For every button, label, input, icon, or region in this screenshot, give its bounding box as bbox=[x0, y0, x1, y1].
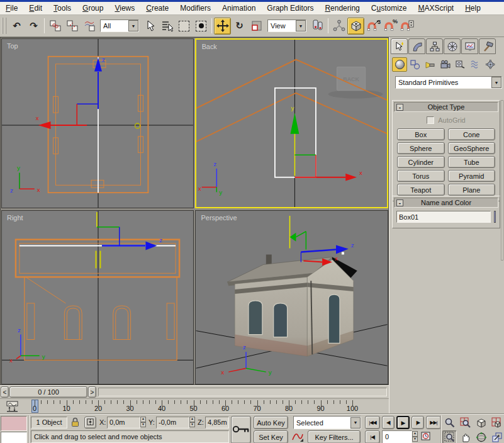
time-configuration-button[interactable] bbox=[421, 431, 432, 443]
zoom-button[interactable] bbox=[442, 416, 457, 429]
category-helpers[interactable] bbox=[452, 57, 468, 72]
viewport-perspective[interactable]: z x z x y Perspective bbox=[195, 210, 388, 384]
object-type-button[interactable]: Teapot bbox=[397, 184, 445, 196]
collapse-icon[interactable]: - bbox=[396, 104, 403, 111]
set-key-button[interactable]: Set Key bbox=[254, 430, 288, 443]
object-type-button[interactable]: Tube bbox=[448, 156, 496, 168]
unlink-selection-icon[interactable] bbox=[64, 18, 81, 35]
menu-item[interactable]: Animation bbox=[216, 3, 261, 14]
time-slider-handle[interactable]: 0 / 100 bbox=[9, 386, 87, 398]
tab-utilities[interactable] bbox=[479, 38, 496, 54]
tab-modify[interactable] bbox=[408, 38, 425, 54]
z-coordinate-field[interactable]: 4,85m bbox=[205, 417, 229, 429]
previous-frame-button[interactable]: < bbox=[1, 386, 9, 398]
keyboard-shortcut-override-toggle[interactable] bbox=[231, 416, 251, 443]
next-frame-playback-button[interactable]: |▶ bbox=[412, 416, 424, 429]
menu-item[interactable]: Views bbox=[109, 3, 140, 14]
object-color-swatch[interactable] bbox=[494, 211, 496, 223]
spinner-snap-toggle-button[interactable] bbox=[398, 18, 415, 35]
viewport-back[interactable]: BACK y x z x y Back bbox=[195, 38, 388, 208]
default-tangents-button[interactable] bbox=[291, 431, 304, 443]
undo-icon[interactable]: ↶ bbox=[8, 18, 25, 35]
maxscript-mini-listener-white[interactable] bbox=[1, 432, 27, 443]
menu-item[interactable]: Tools bbox=[48, 3, 77, 14]
time-slider-track[interactable] bbox=[98, 388, 387, 396]
menu-item[interactable]: Rendering bbox=[319, 3, 365, 14]
category-lights[interactable] bbox=[422, 57, 437, 72]
play-button[interactable]: ▶ bbox=[396, 416, 410, 429]
region-zoom-button[interactable] bbox=[442, 430, 457, 443]
category-shapes[interactable] bbox=[407, 57, 422, 72]
auto-key-button[interactable]: Auto Key bbox=[254, 416, 288, 429]
viewport-label[interactable]: Right bbox=[7, 214, 23, 222]
selection-filter-dropdown[interactable]: All ▼ bbox=[100, 20, 139, 32]
previous-frame-playback-button[interactable]: ◀| bbox=[382, 416, 395, 429]
snaps-toggle-button[interactable] bbox=[347, 18, 364, 35]
chevron-down-icon[interactable]: ▼ bbox=[296, 20, 306, 31]
key-mode-dropdown[interactable]: Selected ▼ bbox=[293, 416, 361, 429]
autogrid-checkbox[interactable] bbox=[427, 116, 434, 124]
bind-to-space-warp-icon[interactable] bbox=[81, 18, 98, 35]
object-type-button[interactable]: Box bbox=[397, 128, 445, 140]
chevron-down-icon[interactable]: ▼ bbox=[350, 417, 361, 429]
pan-button[interactable] bbox=[458, 430, 473, 443]
menu-item[interactable]: Group bbox=[77, 3, 109, 14]
tab-display[interactable] bbox=[461, 38, 478, 54]
current-frame-field[interactable]: 0 bbox=[382, 430, 412, 443]
menu-item[interactable]: Create bbox=[140, 3, 174, 14]
object-type-button[interactable]: Torus bbox=[397, 170, 445, 182]
zoom-extents-all-button[interactable] bbox=[490, 416, 504, 429]
panel-scrollbar[interactable] bbox=[501, 100, 503, 261]
select-by-name-icon[interactable] bbox=[159, 18, 176, 35]
tab-motion[interactable] bbox=[444, 38, 461, 54]
key-filters-button[interactable]: Key Filters... bbox=[308, 430, 361, 443]
arc-rotate-button[interactable] bbox=[474, 430, 488, 443]
absolute-offset-toggle[interactable] bbox=[84, 417, 96, 429]
rectangular-selection-region-icon[interactable] bbox=[176, 18, 193, 35]
listener-splitter[interactable] bbox=[28, 415, 30, 443]
viewport-label[interactable]: Top bbox=[7, 42, 18, 50]
chevron-down-icon[interactable]: ▼ bbox=[128, 20, 138, 31]
menu-item[interactable]: MAXScript bbox=[413, 3, 460, 14]
select-and-link-icon[interactable] bbox=[47, 18, 64, 35]
menu-item[interactable]: Graph Editors bbox=[261, 3, 319, 14]
select-and-move-button[interactable] bbox=[214, 18, 231, 35]
category-cameras[interactable] bbox=[437, 57, 452, 72]
primitives-category-dropdown[interactable]: Standard Primitives ▼ bbox=[395, 76, 502, 89]
frame-spinner[interactable]: ▲▼ bbox=[412, 431, 418, 442]
name-color-rollout-header[interactable]: - Name and Color bbox=[394, 198, 498, 208]
x-coordinate-field[interactable]: 0,0m bbox=[107, 417, 140, 429]
toolbar-drag-handle[interactable] bbox=[2, 18, 6, 34]
menu-item[interactable]: File bbox=[0, 3, 23, 14]
use-pivot-point-center-button[interactable] bbox=[309, 18, 326, 35]
y-spinner[interactable]: ▲▼ bbox=[189, 417, 195, 427]
object-type-button[interactable]: Cone bbox=[448, 128, 496, 140]
tab-create[interactable] bbox=[391, 38, 408, 54]
menu-item[interactable]: Help bbox=[459, 3, 486, 14]
collapse-icon[interactable]: - bbox=[396, 199, 403, 206]
object-type-button[interactable]: Pyramid bbox=[448, 170, 496, 182]
x-spinner[interactable]: ▲▼ bbox=[140, 417, 146, 427]
redo-icon[interactable]: ↷ bbox=[25, 18, 42, 35]
object-type-button[interactable]: Plane bbox=[448, 184, 496, 196]
menu-item[interactable]: Modifiers bbox=[174, 3, 216, 14]
percent-snap-toggle-button[interactable]: % bbox=[381, 18, 398, 35]
viewport-right[interactable]: z z y x Right bbox=[1, 210, 194, 384]
reference-coordinate-dropdown[interactable]: View ▼ bbox=[267, 20, 306, 32]
go-to-start-button[interactable]: |◀◀ bbox=[365, 416, 380, 429]
selection-lock-toggle[interactable] bbox=[70, 417, 80, 429]
select-and-scale-button[interactable] bbox=[248, 18, 265, 35]
object-type-button[interactable]: Sphere bbox=[397, 142, 445, 154]
select-and-manipulate-button[interactable] bbox=[330, 18, 347, 35]
y-coordinate-field[interactable]: -0,0m bbox=[156, 417, 189, 429]
next-frame-button[interactable]: > bbox=[88, 386, 96, 398]
chevron-down-icon[interactable]: ▼ bbox=[491, 77, 501, 88]
select-object-icon[interactable] bbox=[142, 18, 159, 35]
maxscript-mini-listener-pink[interactable] bbox=[1, 416, 27, 431]
object-type-button[interactable]: GeoSphere bbox=[448, 142, 496, 154]
object-name-field[interactable] bbox=[396, 211, 491, 223]
zoom-all-button[interactable] bbox=[458, 416, 473, 429]
category-space-warps[interactable] bbox=[468, 57, 483, 72]
viewport-label[interactable]: Back bbox=[202, 43, 218, 50]
track-bar[interactable]: 0102030405060708090100 bbox=[0, 398, 389, 413]
